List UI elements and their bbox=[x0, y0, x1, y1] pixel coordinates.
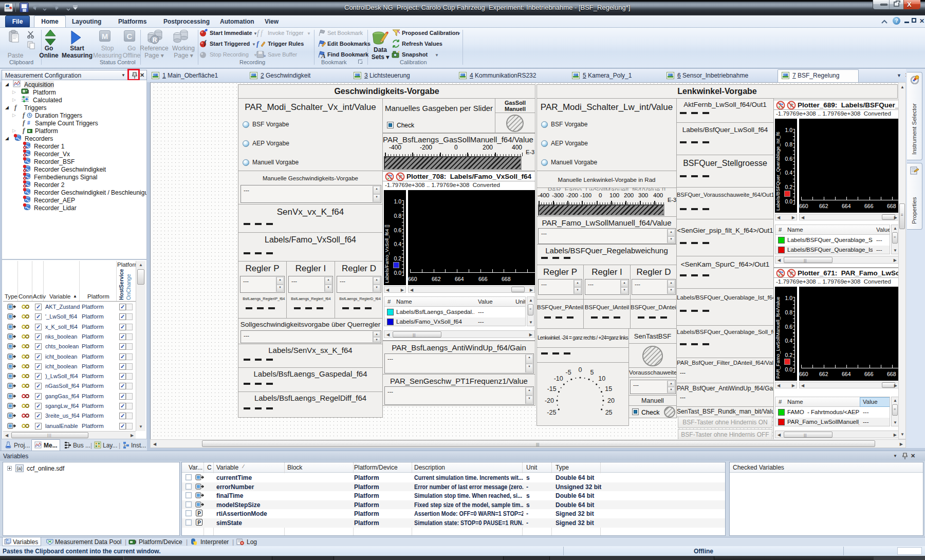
svg-text:25: 25 bbox=[605, 409, 613, 416]
svg-text:5: 5 bbox=[590, 369, 594, 376]
svg-text:-25: -25 bbox=[547, 409, 556, 416]
svg-text:R: R bbox=[153, 36, 157, 44]
svg-text:f: f bbox=[257, 29, 260, 37]
svg-text:20: 20 bbox=[607, 397, 615, 404]
svg-text:10: 10 bbox=[598, 375, 605, 382]
svg-text:-5: -5 bbox=[566, 369, 571, 376]
svg-text:f: f bbox=[204, 40, 207, 46]
svg-text:f: f bbox=[261, 29, 264, 37]
svg-text:15: 15 bbox=[605, 385, 612, 393]
svg-text:-10: -10 bbox=[554, 375, 563, 382]
svg-text:A: A bbox=[321, 52, 326, 59]
svg-text:-20: -20 bbox=[545, 397, 554, 404]
svg-text:f: f bbox=[256, 40, 260, 48]
svg-text:0: 0 bbox=[579, 366, 582, 374]
svg-text:-15: -15 bbox=[547, 385, 557, 393]
